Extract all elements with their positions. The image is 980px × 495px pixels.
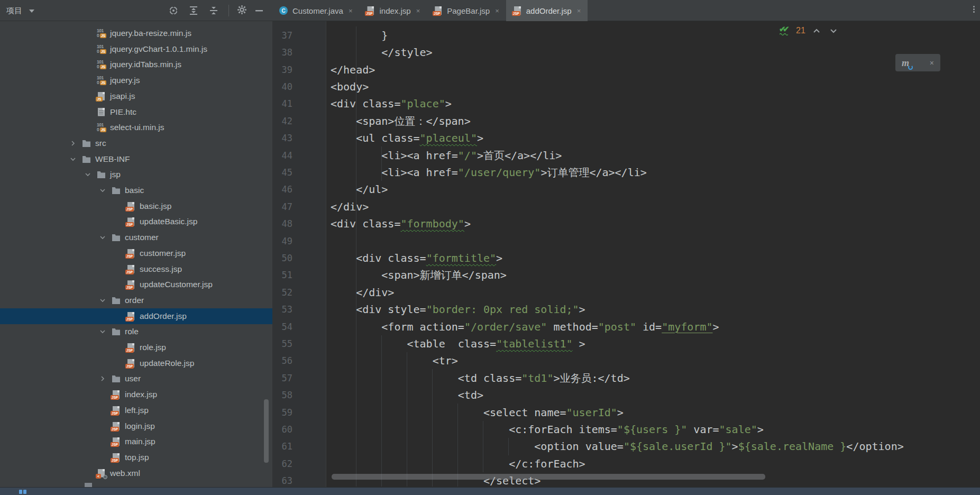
editor-horizontal-scrollbar[interactable] [332, 474, 765, 480]
code-line-52[interactable]: </div> [331, 284, 394, 301]
line-number[interactable]: 37 [272, 27, 292, 44]
editor-tab-pagebar-jsp[interactable]: JSPPageBar.jsp× [427, 0, 506, 21]
close-icon[interactable]: × [930, 59, 934, 67]
code-line-42[interactable]: <span>位置：</span> [331, 113, 471, 130]
hide-panel-button[interactable] [254, 5, 265, 16]
code-line-53[interactable]: <div style="border: 0px red solid;"> [331, 301, 585, 318]
tree-item[interactable]: PIE.htc [0, 104, 272, 120]
tree-item[interactable]: JSPtop.jsp [0, 450, 272, 465]
line-number[interactable]: 51 [272, 267, 292, 283]
close-icon[interactable]: × [577, 7, 581, 15]
tree-item[interactable]: <web.xml [0, 465, 272, 481]
tree-item[interactable]: jsp [0, 167, 272, 182]
line-number[interactable]: 41 [272, 95, 292, 112]
code-line-47[interactable]: </div> [331, 198, 369, 215]
line-number[interactable]: 40 [272, 78, 292, 95]
editor-tab-customer-java[interactable]: CCustomer.java× [272, 0, 359, 21]
code-line-45[interactable]: <li><a href="/user/query">订单管理</a></li> [331, 164, 647, 181]
line-number[interactable]: 60 [272, 421, 292, 438]
close-icon[interactable]: × [349, 7, 353, 15]
tree-item[interactable]: order [0, 292, 272, 308]
maven-reload-popup[interactable]: m × [895, 54, 940, 71]
chevron-down-icon[interactable] [84, 171, 91, 178]
line-number[interactable]: 62 [272, 455, 292, 472]
panel-settings-button[interactable] [236, 4, 247, 15]
line-number[interactable]: 55 [272, 335, 292, 352]
code-line-60[interactable]: <c:forEach items="${users }" var="sale"> [331, 421, 764, 438]
tree-item[interactable]: 1010JSjquery.ba-resize.min.js [0, 25, 272, 41]
chevron-down-icon[interactable] [29, 10, 34, 13]
tree-item[interactable]: WEB-INF [0, 151, 272, 167]
code-line-61[interactable]: <option value="${sale.userId }">${sale.r… [331, 438, 904, 455]
tree-item[interactable]: JSPmain.jsp [0, 434, 272, 450]
line-number[interactable]: 39 [272, 61, 292, 78]
close-icon[interactable]: × [416, 7, 420, 15]
code-line-40[interactable]: <body> [331, 78, 369, 95]
tree-item[interactable]: customer [0, 230, 272, 245]
code-line-56[interactable]: <tr> [331, 352, 458, 369]
tree-item[interactable]: JSProle.jsp [0, 340, 272, 355]
tree-item[interactable]: JSjsapi.js [0, 88, 272, 104]
code-line-51[interactable]: <span>新增订单</span> [331, 267, 507, 283]
code-line-55[interactable]: <table class="tablelist1" > [331, 335, 585, 352]
line-number[interactable]: 46 [272, 181, 292, 198]
code-line-46[interactable]: </ul> [331, 181, 388, 198]
close-icon[interactable]: × [495, 7, 499, 15]
line-number[interactable]: 48 [272, 215, 292, 232]
tool-window-icon[interactable] [19, 490, 26, 494]
tree-item[interactable]: 1010JSselect-ui.min.js [0, 120, 272, 135]
tree-scrollbar[interactable] [264, 399, 269, 463]
tree-item[interactable]: src [0, 135, 272, 151]
code-line-44[interactable]: <li><a href="/">首页</a></li> [331, 147, 562, 164]
tab-options-button[interactable] [972, 5, 976, 16]
line-number[interactable]: 43 [272, 130, 292, 146]
tree-item[interactable]: user [0, 371, 272, 387]
code-line-59[interactable]: <select name="userId"> [331, 404, 624, 421]
code-line-48[interactable]: <div class="formbody"> [331, 215, 471, 232]
line-number[interactable]: 52 [272, 284, 292, 301]
line-number[interactable]: 54 [272, 318, 292, 335]
tree-item[interactable]: JSPupdateBasic.jsp [0, 214, 272, 230]
code-line-62[interactable]: </c:forEach> [331, 455, 585, 472]
code-line-54[interactable]: <form action="/order/save" method="post"… [331, 318, 719, 335]
line-number[interactable]: 53 [272, 301, 292, 318]
tree-item[interactable]: JSPindex.jsp [0, 387, 272, 402]
project-panel-title[interactable]: 项目 [6, 0, 22, 21]
line-number[interactable]: 59 [272, 404, 292, 421]
tree-item[interactable]: basic [0, 182, 272, 198]
tree-item[interactable]: 1010JSjquery.js [0, 72, 272, 88]
line-number[interactable]: 38 [272, 44, 292, 61]
chevron-down-icon[interactable] [99, 234, 106, 241]
maven-logo-icon[interactable]: m [902, 58, 909, 68]
tree-item[interactable]: JSPleft.jsp [0, 402, 272, 418]
tree-item[interactable]: 1010JSjquery.gvChart-1.0.1.min.js [0, 41, 272, 57]
code-line-37[interactable]: } [331, 27, 388, 44]
code-line-38[interactable]: </style> [331, 44, 433, 61]
code-line-57[interactable]: <td class="td1">业务员:</td> [331, 370, 630, 387]
tree-item[interactable]: JSPsuccess.jsp [0, 261, 272, 277]
line-number[interactable]: 44 [272, 147, 292, 164]
line-number[interactable]: 45 [272, 164, 292, 181]
inspections-widget[interactable]: ✔ ✔ 21 [779, 24, 837, 38]
code-line-50[interactable]: <div class="formtitle"> [331, 250, 502, 267]
chevron-right-icon[interactable] [69, 140, 77, 147]
tree-item[interactable]: role [0, 324, 272, 340]
chevron-down-icon[interactable] [69, 155, 77, 163]
tree-item[interactable]: JSPbasic.jsp [0, 198, 272, 214]
tree-item[interactable]: JSPlogin.jsp [0, 418, 272, 434]
line-number[interactable]: 50 [272, 250, 292, 267]
line-number[interactable]: 47 [272, 198, 292, 215]
tree-item[interactable]: JSPupdateCustomer.jsp [0, 277, 272, 292]
line-number[interactable]: 56 [272, 352, 292, 369]
code-line-58[interactable]: <td> [331, 387, 483, 404]
code-line-43[interactable]: <ul class="placeul"> [331, 130, 483, 146]
chevron-down-icon[interactable] [99, 187, 106, 194]
chevron-down-icon[interactable] [99, 297, 106, 304]
locate-file-button[interactable] [168, 5, 179, 16]
line-number[interactable]: 61 [272, 438, 292, 455]
expand-all-button[interactable] [188, 5, 199, 16]
tree-item[interactable]: JSPaddOrder.jsp [0, 308, 272, 324]
editor-tab-addorder-jsp[interactable]: JSPaddOrder.jsp× [506, 0, 588, 21]
previous-problem-button[interactable] [813, 29, 820, 33]
code-line-41[interactable]: <div class="place"> [331, 95, 452, 112]
